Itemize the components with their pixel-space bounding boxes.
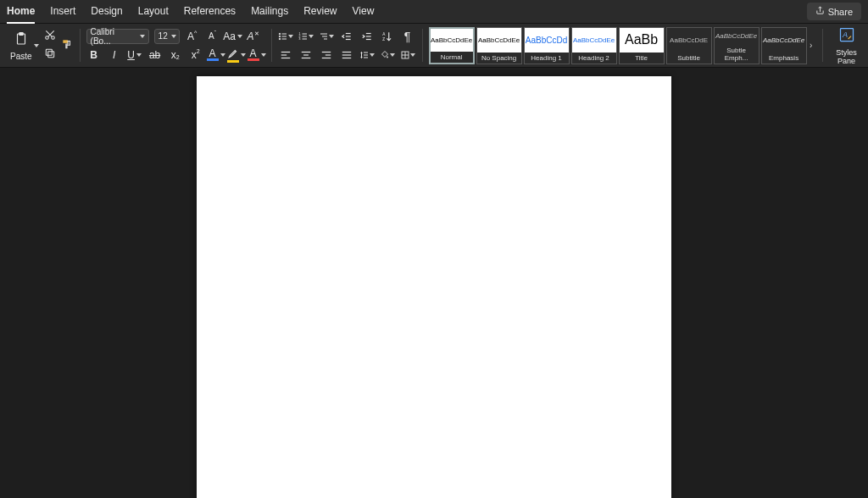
shading-button[interactable] xyxy=(380,47,395,63)
borders-button[interactable] xyxy=(400,47,415,63)
clipboard-group: Paste xyxy=(3,24,80,67)
show-paragraph-marks-button[interactable]: ¶ xyxy=(400,29,415,44)
svg-point-10 xyxy=(279,38,281,40)
chevron-down-icon xyxy=(140,35,145,38)
chevron-down-icon xyxy=(136,53,142,57)
paste-label: Paste xyxy=(10,52,32,61)
chevron-down-icon xyxy=(171,35,176,38)
sort-button[interactable]: AZ xyxy=(380,29,395,44)
style-card-title[interactable]: AaBbTitle xyxy=(619,27,665,64)
format-painter-button[interactable] xyxy=(61,38,73,53)
style-label: Subtle Emph... xyxy=(715,45,759,64)
decrease-indent-button[interactable] xyxy=(339,29,354,44)
cut-button[interactable] xyxy=(44,29,56,44)
align-center-button[interactable] xyxy=(298,47,314,63)
style-card-subtle-emph-[interactable]: AaBbCcDdEeSubtle Emph... xyxy=(714,27,760,64)
align-right-button[interactable] xyxy=(319,47,334,63)
subscript-button[interactable]: x2 xyxy=(168,47,183,63)
increase-indent-button[interactable] xyxy=(359,29,375,44)
strikethrough-button[interactable]: ab xyxy=(147,47,163,63)
font-color-button[interactable]: A xyxy=(209,47,224,63)
paste-button[interactable]: Paste xyxy=(10,30,32,61)
chevron-down-icon xyxy=(241,53,246,57)
style-label: Normal xyxy=(431,52,473,63)
style-label: No Spacing xyxy=(477,53,521,64)
paragraph-group: 123 AZ ¶ xyxy=(271,24,422,67)
bulleted-list-button[interactable] xyxy=(278,29,293,44)
style-card-subtitle[interactable]: AaBbCcDdESubtitle xyxy=(666,27,712,64)
font-group: Calibri (Bo... 12 A^ Aˇ Aa A✕ B I U ab x… xyxy=(80,24,271,67)
styles-pane-label: Styles Pane xyxy=(829,48,865,65)
svg-point-8 xyxy=(279,36,281,37)
styles-gallery-more-button[interactable]: › xyxy=(807,41,815,50)
superscript-button[interactable]: x2 xyxy=(188,47,203,63)
styles-pane-group: A Styles Pane xyxy=(822,24,868,67)
style-label: Subtitle xyxy=(667,53,711,64)
styles-group: AaBbCcDdEeNormalAaBbCcDdEeNo SpacingAaBb… xyxy=(422,24,822,67)
copy-button[interactable] xyxy=(44,47,56,63)
font-size-combo[interactable]: 12 xyxy=(154,29,180,44)
style-card-heading-1[interactable]: AaBbCcDdHeading 1 xyxy=(524,27,570,64)
svg-rect-5 xyxy=(46,49,52,55)
share-icon xyxy=(815,6,825,17)
share-label: Share xyxy=(828,7,853,17)
share-button[interactable]: Share xyxy=(807,3,861,20)
svg-text:A: A xyxy=(842,30,848,39)
chevron-down-icon xyxy=(237,35,242,38)
italic-button[interactable]: I xyxy=(107,47,122,63)
font-name-combo[interactable]: Calibri (Bo... xyxy=(86,29,149,44)
svg-text:3: 3 xyxy=(298,37,300,41)
style-preview: AaBbCcDdEe xyxy=(762,28,806,53)
underline-button[interactable]: U xyxy=(127,47,142,63)
bold-button[interactable]: B xyxy=(86,47,102,63)
chevron-down-icon xyxy=(220,53,225,57)
clipboard-icon xyxy=(14,30,29,51)
style-preview: AaBbCcDdE xyxy=(667,28,711,53)
style-card-normal[interactable]: AaBbCcDdEeNormal xyxy=(429,27,475,64)
svg-text:Z: Z xyxy=(382,36,385,41)
style-preview: AaBbCcDdEe xyxy=(715,28,759,45)
tab-home[interactable]: Home xyxy=(7,0,35,24)
tab-insert[interactable]: Insert xyxy=(50,0,75,24)
chevron-down-icon xyxy=(329,35,334,38)
style-card-no-spacing[interactable]: AaBbCcDdEeNo Spacing xyxy=(476,27,522,64)
tab-design[interactable]: Design xyxy=(91,0,122,24)
justify-button[interactable] xyxy=(339,47,354,63)
line-spacing-button[interactable] xyxy=(359,47,375,63)
tab-mailings[interactable]: Mailings xyxy=(251,0,288,24)
decrease-font-button[interactable]: Aˇ xyxy=(205,29,220,44)
clear-formatting-button[interactable]: A✕ xyxy=(246,29,261,44)
style-label: Heading 1 xyxy=(525,53,569,64)
svg-rect-1 xyxy=(19,32,24,35)
style-preview: AaBb xyxy=(620,28,664,53)
chevron-down-icon xyxy=(261,53,266,57)
paste-caret-icon[interactable] xyxy=(34,44,39,47)
styles-pane-button[interactable]: A Styles Pane xyxy=(829,26,865,65)
numbered-list-button[interactable]: 123 xyxy=(298,29,314,44)
style-preview: AaBbCcDdEe xyxy=(572,28,616,53)
style-card-heading-2[interactable]: AaBbCcDdEeHeading 2 xyxy=(571,27,617,64)
svg-text:A: A xyxy=(382,31,386,36)
chevron-down-icon xyxy=(370,53,375,57)
increase-font-button[interactable]: A^ xyxy=(185,29,200,44)
change-case-button[interactable]: Aa xyxy=(225,29,241,44)
document-area xyxy=(0,68,868,498)
chevron-down-icon xyxy=(309,35,314,38)
tab-references[interactable]: References xyxy=(184,0,236,24)
chevron-down-icon xyxy=(410,53,415,57)
font-color-underline-button[interactable]: A xyxy=(249,47,264,63)
multilevel-list-button[interactable] xyxy=(319,29,334,44)
highlight-color-button[interactable] xyxy=(229,47,244,63)
tab-layout[interactable]: Layout xyxy=(138,0,169,24)
align-left-button[interactable] xyxy=(278,47,293,63)
tab-review[interactable]: Review xyxy=(303,0,337,24)
svg-point-6 xyxy=(279,33,281,35)
style-card-emphasis[interactable]: AaBbCcDdEeEmphasis xyxy=(761,27,807,64)
tab-view[interactable]: View xyxy=(353,0,375,24)
chevron-down-icon xyxy=(288,35,293,38)
style-label: Emphasis xyxy=(762,53,806,64)
style-label: Heading 2 xyxy=(572,53,616,64)
style-label: Title xyxy=(620,53,664,64)
chevron-down-icon xyxy=(390,53,395,57)
document-page[interactable] xyxy=(197,76,671,498)
